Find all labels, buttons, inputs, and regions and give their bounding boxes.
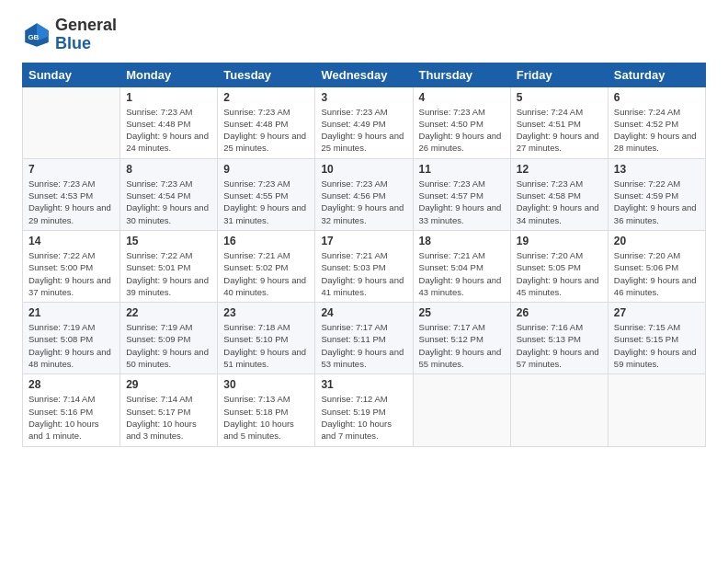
calendar-cell: 19 Sunrise: 7:20 AMSunset: 5:05 PMDaylig… <box>510 230 608 302</box>
calendar-cell: 2 Sunrise: 7:23 AMSunset: 4:48 PMDayligh… <box>218 86 315 158</box>
logo: GB General Blue <box>22 17 117 53</box>
calendar-cell: 22 Sunrise: 7:19 AMSunset: 5:09 PMDaylig… <box>120 303 218 374</box>
day-number: 4 <box>419 91 505 104</box>
day-number: 25 <box>419 306 505 319</box>
col-header-friday: Friday <box>510 63 608 86</box>
day-info: Sunrise: 7:20 AMSunset: 5:05 PMDaylight:… <box>517 249 602 298</box>
day-number: 27 <box>614 306 700 319</box>
col-header-wednesday: Wednesday <box>315 63 413 86</box>
day-number: 23 <box>223 306 309 319</box>
calendar-cell: 1 Sunrise: 7:23 AMSunset: 4:48 PMDayligh… <box>120 86 218 158</box>
calendar-cell: 24 Sunrise: 7:17 AMSunset: 5:11 PMDaylig… <box>315 303 413 374</box>
day-number: 17 <box>321 235 406 247</box>
calendar-cell: 16 Sunrise: 7:21 AMSunset: 5:02 PMDaylig… <box>218 230 315 302</box>
day-info: Sunrise: 7:21 AMSunset: 5:03 PMDaylight:… <box>321 249 406 298</box>
day-info: Sunrise: 7:23 AMSunset: 4:56 PMDaylight:… <box>321 178 406 226</box>
day-number: 1 <box>126 91 211 104</box>
day-info: Sunrise: 7:15 AMSunset: 5:15 PMDaylight:… <box>614 321 700 370</box>
day-number: 28 <box>28 378 114 391</box>
day-info: Sunrise: 7:23 AMSunset: 4:48 PMDaylight:… <box>223 106 309 155</box>
calendar-cell: 28 Sunrise: 7:14 AMSunset: 5:16 PMDaylig… <box>23 374 120 446</box>
day-info: Sunrise: 7:24 AMSunset: 4:52 PMDaylight:… <box>614 106 700 155</box>
day-info: Sunrise: 7:22 AMSunset: 4:59 PMDaylight:… <box>614 178 700 226</box>
calendar-cell: 4 Sunrise: 7:23 AMSunset: 4:50 PMDayligh… <box>413 86 510 158</box>
day-info: Sunrise: 7:18 AMSunset: 5:10 PMDaylight:… <box>223 321 309 370</box>
calendar-cell <box>23 86 120 158</box>
day-info: Sunrise: 7:23 AMSunset: 4:49 PMDaylight:… <box>321 106 406 155</box>
day-number: 29 <box>126 378 211 391</box>
calendar-cell: 10 Sunrise: 7:23 AMSunset: 4:56 PMDaylig… <box>315 158 413 230</box>
day-info: Sunrise: 7:23 AMSunset: 4:55 PMDaylight:… <box>223 178 309 226</box>
day-info: Sunrise: 7:19 AMSunset: 5:09 PMDaylight:… <box>126 321 211 370</box>
calendar-cell: 3 Sunrise: 7:23 AMSunset: 4:49 PMDayligh… <box>315 86 413 158</box>
day-info: Sunrise: 7:23 AMSunset: 4:53 PMDaylight:… <box>28 178 114 226</box>
day-info: Sunrise: 7:16 AMSunset: 5:13 PMDaylight:… <box>517 321 602 370</box>
day-info: Sunrise: 7:13 AMSunset: 5:18 PMDaylight:… <box>223 393 309 442</box>
calendar-cell: 30 Sunrise: 7:13 AMSunset: 5:18 PMDaylig… <box>218 374 315 446</box>
day-number: 8 <box>126 163 211 176</box>
day-info: Sunrise: 7:12 AMSunset: 5:19 PMDaylight:… <box>321 393 406 442</box>
day-info: Sunrise: 7:24 AMSunset: 4:51 PMDaylight:… <box>517 106 602 155</box>
calendar-cell: 5 Sunrise: 7:24 AMSunset: 4:51 PMDayligh… <box>510 86 608 158</box>
col-header-monday: Monday <box>120 63 218 86</box>
calendar-cell: 8 Sunrise: 7:23 AMSunset: 4:54 PMDayligh… <box>120 158 218 230</box>
calendar-cell <box>413 374 510 446</box>
day-number: 10 <box>321 163 406 176</box>
day-info: Sunrise: 7:14 AMSunset: 5:16 PMDaylight:… <box>28 393 114 442</box>
day-info: Sunrise: 7:23 AMSunset: 4:48 PMDaylight:… <box>126 106 211 155</box>
calendar-cell: 26 Sunrise: 7:16 AMSunset: 5:13 PMDaylig… <box>510 303 608 374</box>
day-info: Sunrise: 7:21 AMSunset: 5:02 PMDaylight:… <box>223 249 309 298</box>
col-header-saturday: Saturday <box>608 63 705 86</box>
day-number: 14 <box>28 235 114 247</box>
calendar-cell: 20 Sunrise: 7:20 AMSunset: 5:06 PMDaylig… <box>608 230 705 302</box>
day-number: 11 <box>419 163 505 176</box>
calendar-cell: 17 Sunrise: 7:21 AMSunset: 5:03 PMDaylig… <box>315 230 413 302</box>
calendar-cell: 21 Sunrise: 7:19 AMSunset: 5:08 PMDaylig… <box>23 303 120 374</box>
logo-text: General Blue <box>55 17 117 53</box>
day-number: 21 <box>28 306 114 319</box>
calendar-cell: 23 Sunrise: 7:18 AMSunset: 5:10 PMDaylig… <box>218 303 315 374</box>
day-number: 13 <box>614 163 700 176</box>
calendar-cell: 14 Sunrise: 7:22 AMSunset: 5:00 PMDaylig… <box>23 230 120 302</box>
calendar-cell: 7 Sunrise: 7:23 AMSunset: 4:53 PMDayligh… <box>23 158 120 230</box>
calendar-cell: 29 Sunrise: 7:14 AMSunset: 5:17 PMDaylig… <box>120 374 218 446</box>
day-info: Sunrise: 7:17 AMSunset: 5:11 PMDaylight:… <box>321 321 406 370</box>
calendar-cell: 15 Sunrise: 7:22 AMSunset: 5:01 PMDaylig… <box>120 230 218 302</box>
day-number: 18 <box>419 235 505 247</box>
day-number: 20 <box>614 235 700 247</box>
page-header: GB General Blue <box>22 17 706 53</box>
calendar-cell: 12 Sunrise: 7:23 AMSunset: 4:58 PMDaylig… <box>510 158 608 230</box>
logo-icon: GB <box>22 20 51 50</box>
day-info: Sunrise: 7:17 AMSunset: 5:12 PMDaylight:… <box>419 321 505 370</box>
col-header-tuesday: Tuesday <box>218 63 315 86</box>
day-info: Sunrise: 7:23 AMSunset: 4:58 PMDaylight:… <box>517 178 602 226</box>
day-number: 2 <box>223 91 309 104</box>
day-number: 19 <box>517 235 602 247</box>
day-number: 7 <box>28 163 114 176</box>
calendar-cell: 9 Sunrise: 7:23 AMSunset: 4:55 PMDayligh… <box>218 158 315 230</box>
svg-text:GB: GB <box>28 33 39 41</box>
day-info: Sunrise: 7:20 AMSunset: 5:06 PMDaylight:… <box>614 249 700 298</box>
day-info: Sunrise: 7:23 AMSunset: 4:57 PMDaylight:… <box>419 178 505 226</box>
calendar-cell: 13 Sunrise: 7:22 AMSunset: 4:59 PMDaylig… <box>608 158 705 230</box>
day-number: 26 <box>517 306 602 319</box>
calendar-cell <box>608 374 705 446</box>
col-header-thursday: Thursday <box>413 63 510 86</box>
day-number: 30 <box>223 378 309 391</box>
day-number: 24 <box>321 306 406 319</box>
day-number: 5 <box>517 91 602 104</box>
day-info: Sunrise: 7:23 AMSunset: 4:54 PMDaylight:… <box>126 178 211 226</box>
day-info: Sunrise: 7:14 AMSunset: 5:17 PMDaylight:… <box>126 393 211 442</box>
calendar-cell: 27 Sunrise: 7:15 AMSunset: 5:15 PMDaylig… <box>608 303 705 374</box>
calendar-cell <box>510 374 608 446</box>
day-number: 22 <box>126 306 211 319</box>
day-number: 3 <box>321 91 406 104</box>
day-number: 15 <box>126 235 211 247</box>
calendar-cell: 31 Sunrise: 7:12 AMSunset: 5:19 PMDaylig… <box>315 374 413 446</box>
day-number: 9 <box>223 163 309 176</box>
calendar-cell: 11 Sunrise: 7:23 AMSunset: 4:57 PMDaylig… <box>413 158 510 230</box>
day-number: 6 <box>614 91 700 104</box>
day-info: Sunrise: 7:19 AMSunset: 5:08 PMDaylight:… <box>28 321 114 370</box>
col-header-sunday: Sunday <box>23 63 120 86</box>
day-info: Sunrise: 7:21 AMSunset: 5:04 PMDaylight:… <box>419 249 505 298</box>
